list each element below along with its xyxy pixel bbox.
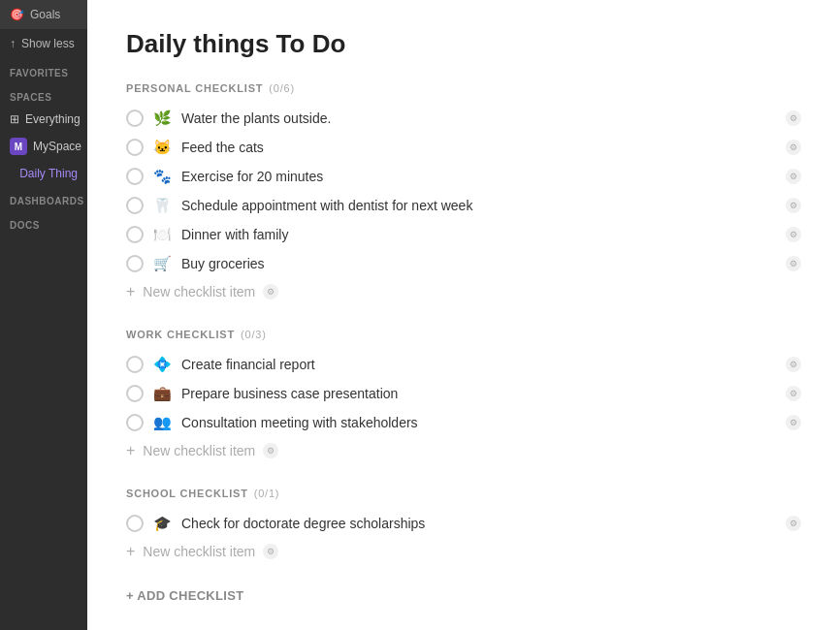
actions-work-add — [263, 443, 278, 458]
text-personal-0: Water the plants outside. — [181, 110, 776, 126]
gear-personal-add[interactable] — [263, 284, 278, 299]
personal-checklist-header: PERSONAL CHECKLIST (0/6) — [126, 82, 801, 94]
text-school-0: Check for doctorate degree scholarships — [181, 516, 776, 531]
personal-item-1[interactable]: 🐱 Feed the cats — [126, 133, 801, 162]
gear-personal-5[interactable] — [786, 256, 801, 271]
gear-work-0[interactable] — [786, 357, 801, 372]
personal-item-4[interactable]: 🍽️ Dinner with family — [126, 220, 801, 249]
school-checklist-count: (0/1) — [254, 488, 280, 499]
actions-personal-5 — [786, 256, 801, 271]
personal-item-2[interactable]: 🐾 Exercise for 20 minutes — [126, 162, 801, 191]
sidebar-item-daily-thing[interactable]: Daily Thing — [0, 161, 87, 186]
add-checklist-button[interactable]: + ADD CHECKLIST — [126, 588, 801, 603]
main-content: Daily things To Do PERSONAL CHECKLIST (0… — [87, 0, 840, 630]
work-add-label: New checklist item — [143, 443, 255, 458]
work-checklist-header: WORK CHECKLIST (0/3) — [126, 329, 801, 340]
gear-school-0[interactable] — [786, 516, 801, 531]
gear-school-add[interactable] — [263, 544, 278, 559]
text-work-1: Prepare business case presentation — [181, 386, 776, 401]
work-add-item[interactable]: + New checklist item — [126, 437, 801, 464]
daily-thing-label: Daily Thing — [19, 167, 78, 180]
text-work-0: Create financial report — [181, 357, 776, 372]
gear-work-2[interactable] — [786, 415, 801, 430]
gear-personal-2[interactable] — [786, 169, 801, 184]
school-item-0[interactable]: 🎓 Check for doctorate degree scholarship… — [126, 509, 801, 538]
gear-personal-4[interactable] — [786, 227, 801, 242]
emoji-personal-3: 🦷 — [153, 197, 172, 214]
emoji-personal-0: 🌿 — [153, 110, 172, 127]
personal-item-3[interactable]: 🦷 Schedule appointment with dentist for … — [126, 191, 801, 220]
actions-personal-2 — [786, 169, 801, 184]
sidebar-item-everything[interactable]: ⊞ Everything — [0, 107, 87, 132]
actions-work-1 — [786, 386, 801, 401]
sidebar-item-show-less[interactable]: ↑ Show less — [0, 29, 87, 58]
checkbox-personal-1[interactable] — [126, 139, 144, 156]
emoji-personal-1: 🐱 — [153, 139, 172, 156]
checkbox-personal-5[interactable] — [126, 255, 144, 272]
work-item-2[interactable]: 👥 Consultation meeting with stakeholders — [126, 408, 801, 437]
personal-add-item[interactable]: + New checklist item — [126, 278, 801, 305]
school-add-plus-icon: + — [126, 544, 135, 559]
emoji-personal-2: 🐾 — [153, 168, 172, 185]
goals-label: Goals — [30, 8, 60, 21]
actions-personal-0 — [786, 110, 801, 126]
page-title: Daily things To Do — [126, 29, 801, 59]
work-checklist-section: WORK CHECKLIST (0/3) 💠 Create financial … — [126, 329, 801, 464]
text-personal-4: Dinner with family — [181, 227, 776, 242]
school-add-item[interactable]: + New checklist item — [126, 538, 801, 565]
checkbox-personal-0[interactable] — [126, 110, 144, 127]
personal-checklist-section: PERSONAL CHECKLIST (0/6) 🌿 Water the pla… — [126, 82, 801, 305]
actions-work-0 — [786, 357, 801, 372]
checkbox-work-0[interactable] — [126, 356, 144, 373]
personal-add-label: New checklist item — [143, 284, 255, 299]
emoji-personal-4: 🍽️ — [153, 226, 172, 243]
gear-personal-1[interactable] — [786, 140, 801, 155]
personal-checklist-count: (0/6) — [269, 82, 295, 94]
work-item-0[interactable]: 💠 Create financial report — [126, 350, 801, 379]
school-add-label: New checklist item — [143, 544, 255, 559]
personal-item-0[interactable]: 🌿 Water the plants outside. — [126, 104, 801, 133]
checkbox-personal-3[interactable] — [126, 197, 144, 214]
emoji-work-1: 💼 — [153, 385, 172, 402]
gear-work-1[interactable] — [786, 386, 801, 401]
gear-personal-3[interactable] — [786, 198, 801, 213]
everything-label: Everything — [25, 112, 81, 126]
school-checklist-section: SCHOOL CHECKLIST (0/1) 🎓 Check for docto… — [126, 488, 801, 565]
text-work-2: Consultation meeting with stakeholders — [181, 415, 776, 430]
sidebar-section-favorites: FAVORITES — [0, 58, 87, 82]
sidebar-section-spaces: SPACES — [0, 82, 87, 107]
personal-item-5[interactable]: 🛒 Buy groceries — [126, 249, 801, 278]
emoji-work-0: 💠 — [153, 356, 172, 373]
work-checklist-label: WORK CHECKLIST — [126, 329, 235, 340]
sidebar-item-goals[interactable]: 🎯 Goals — [0, 0, 87, 29]
emoji-personal-5: 🛒 — [153, 255, 172, 272]
gear-personal-0[interactable] — [786, 110, 801, 126]
personal-add-plus-icon: + — [126, 284, 135, 299]
checkbox-work-1[interactable] — [126, 385, 144, 402]
sidebar: 🎯 Goals ↑ Show less FAVORITES SPACES ⊞ E… — [0, 0, 87, 630]
show-less-label: Show less — [21, 37, 75, 50]
work-item-1[interactable]: 💼 Prepare business case presentation — [126, 379, 801, 408]
text-personal-1: Feed the cats — [181, 140, 776, 155]
emoji-work-2: 👥 — [153, 414, 172, 431]
sidebar-section-dashboards: DASHBOARDS — [0, 186, 87, 210]
checkbox-work-2[interactable] — [126, 414, 144, 431]
school-checklist-header: SCHOOL CHECKLIST (0/1) — [126, 488, 801, 499]
actions-personal-1 — [786, 140, 801, 155]
actions-personal-3 — [786, 198, 801, 213]
gear-work-add[interactable] — [263, 443, 278, 458]
checkbox-personal-4[interactable] — [126, 226, 144, 243]
actions-school-0 — [786, 516, 801, 531]
text-personal-5: Buy groceries — [181, 256, 776, 271]
actions-school-add — [263, 544, 278, 559]
goals-icon: 🎯 — [10, 8, 24, 21]
text-personal-2: Exercise for 20 minutes — [181, 169, 776, 184]
actions-work-2 — [786, 415, 801, 430]
grid-icon: ⊞ — [10, 112, 19, 126]
sidebar-section-docs: DOCS — [0, 210, 87, 235]
sidebar-item-myspace[interactable]: M MySpace — [0, 132, 87, 161]
checkbox-school-0[interactable] — [126, 515, 144, 532]
checkbox-personal-2[interactable] — [126, 168, 144, 185]
show-less-icon: ↑ — [10, 37, 16, 50]
myspace-label: MySpace — [33, 140, 81, 153]
